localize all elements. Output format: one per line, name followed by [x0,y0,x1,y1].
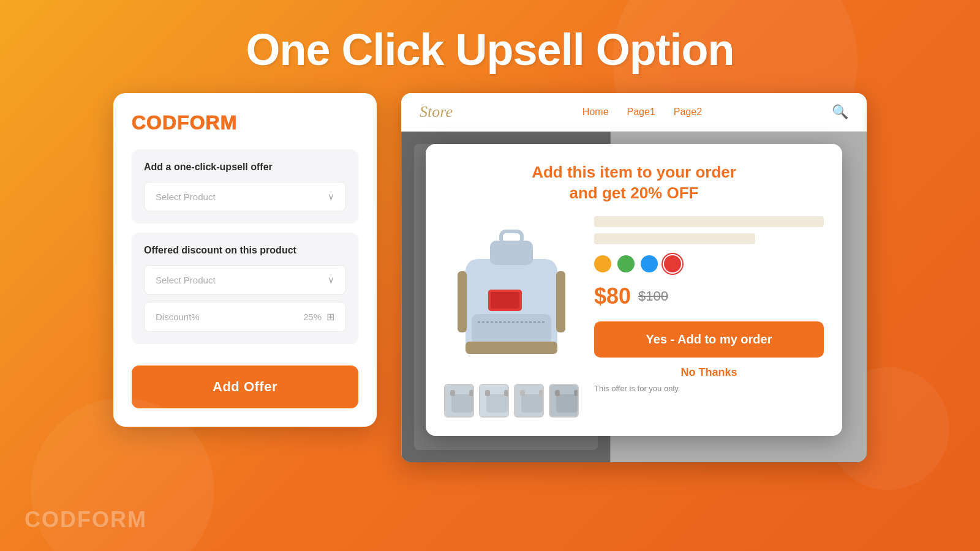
svg-rect-23 [504,390,509,396]
discount-row: Discount% 25% ⊞ [144,302,346,332]
upsell-headline-line2: and get 20% OFF [570,184,699,202]
thumb4-image [550,385,579,418]
thumbnail-1[interactable] [444,384,474,418]
upsell-product-image-section [444,216,579,418]
upsell-content: $80 $100 Yes - Add to my order No Thanks… [444,216,824,418]
price-row: $80 $100 [594,283,824,309]
thumbnail-4[interactable] [549,384,579,418]
svg-rect-15 [499,256,524,262]
select-product-dropdown-1[interactable]: Select Product ∨ [144,182,346,211]
svg-rect-22 [485,390,490,396]
select-product-placeholder-2: Select Product [156,275,216,285]
backpack-main-image [444,216,579,375]
swatch-red[interactable] [664,255,681,272]
swatch-blue[interactable] [641,255,658,272]
svg-rect-26 [520,390,525,396]
nav-page2[interactable]: Page2 [674,107,702,118]
swatch-orange[interactable] [594,255,611,272]
stepper-icon[interactable]: ⊞ [326,311,334,323]
store-logo: Store [420,103,453,121]
codform-watermark: CODFORM [24,507,147,533]
form-section-2: Offered discount on this product Select … [132,233,358,344]
offer-note: This offer is for you only [594,384,679,393]
search-icon[interactable]: 🔍 [832,104,848,120]
section1-label: Add a one-click-upsell offer [144,162,346,173]
upsell-details: $80 $100 Yes - Add to my order No Thanks… [594,216,824,394]
svg-rect-18 [450,390,455,396]
discount-value-container: 25% ⊞ [303,311,334,323]
section2-label: Offered discount on this product [144,245,346,256]
svg-rect-30 [555,390,560,396]
store-body: The Outdoor Backpack Add this item to yo… [401,132,867,462]
add-offer-button[interactable]: Add Offer [132,365,358,408]
svg-rect-17 [451,394,473,413]
form-section-1: Add a one-click-upsell offer Select Prod… [132,149,358,223]
upsell-headline: Add this item to your order and get 20% … [444,162,824,204]
thumbnail-2[interactable] [479,384,509,418]
product-name-bar-1 [594,216,824,227]
svg-rect-12 [458,271,467,332]
store-preview: Store Home Page1 Page2 🔍 [401,93,867,462]
svg-rect-31 [574,390,579,396]
thumb2-image [480,385,509,418]
chevron-down-icon-1: ∨ [328,191,334,202]
svg-rect-10 [472,314,551,345]
select-product-dropdown-2[interactable]: Select Product ∨ [144,265,346,294]
svg-rect-13 [556,271,565,332]
discount-value: 25% [303,312,322,322]
thumb1-image [445,385,474,418]
nav-page1[interactable]: Page1 [627,107,655,118]
add-to-order-button[interactable]: Yes - Add to my order [594,321,824,358]
thumbnail-3[interactable] [514,384,544,418]
svg-rect-9 [491,292,519,309]
store-nav: Home Page1 Page2 [582,107,702,118]
no-thanks-link[interactable]: No Thanks [594,366,824,379]
product-name-bar-2 [594,233,755,244]
admin-panel: CODFORM Add a one-click-upsell offer Sel… [113,93,377,427]
svg-rect-27 [539,390,544,396]
upsell-headline-line1: Add this item to your order [532,163,736,181]
upsell-thumbnails [444,384,579,418]
nav-home[interactable]: Home [582,107,609,118]
color-swatches [594,255,824,272]
price-original: $100 [638,288,668,304]
thumb3-image [515,385,544,418]
discount-label: Discount% [156,312,200,322]
price-current: $80 [594,283,631,309]
chevron-down-icon-2: ∨ [328,274,334,285]
svg-rect-7 [501,231,522,244]
select-product-placeholder-1: Select Product [156,192,216,202]
upsell-modal: Add this item to your order and get 20% … [426,144,842,436]
svg-rect-25 [521,394,543,413]
swatch-green[interactable] [617,255,635,272]
svg-rect-21 [486,394,508,413]
codform-logo: CODFORM [132,111,358,134]
svg-rect-29 [556,394,578,413]
svg-rect-14 [466,342,557,354]
store-header: Store Home Page1 Page2 🔍 [401,93,867,132]
svg-rect-19 [469,390,474,396]
